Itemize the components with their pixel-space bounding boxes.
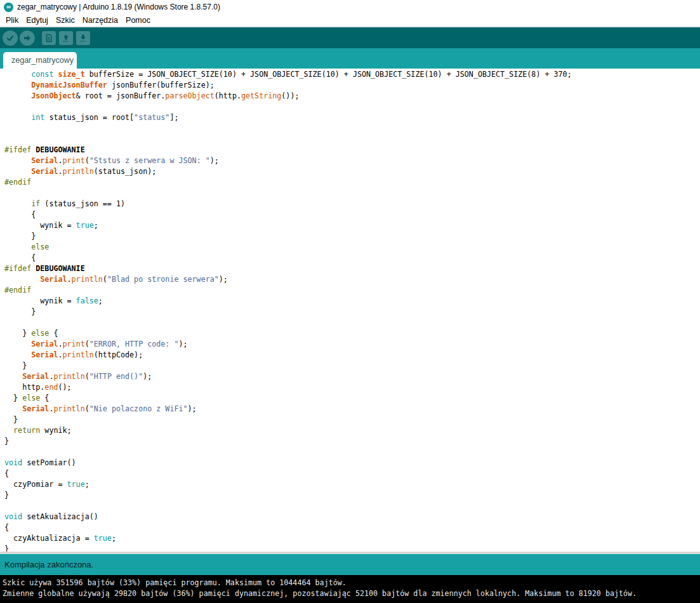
code-line: } — [4, 361, 700, 371]
status-bar: Kompilacja zakończona. — [0, 554, 700, 575]
code-line: Serial.println("Nie polaczono z WiFi"); — [4, 404, 700, 414]
code-editor[interactable]: const size_t bufferSize = JSON_OBJECT_SI… — [0, 69, 700, 552]
code-line: } — [4, 436, 700, 447]
code-line: else — [4, 242, 700, 253]
arrow-down-icon — [79, 34, 88, 43]
code-line: Serial.print("Ststus z serwera w JSON: "… — [4, 156, 700, 166]
code-line: #ifdef DEBUGOWANIE — [4, 263, 700, 274]
code-line: } — [4, 307, 700, 317]
console-line: Szkic używa 351596 bajtów (33%) pamięci … — [3, 578, 700, 588]
toolbar — [0, 27, 700, 48]
code-line — [4, 123, 700, 134]
arrow-right-icon — [23, 34, 32, 43]
code-line: } else { — [4, 328, 700, 339]
code-line: void setAkualizacja() — [4, 512, 700, 522]
code-line: { — [4, 209, 700, 220]
console-line: Zmienne globalne używają 29820 bajtów (3… — [3, 588, 700, 599]
code-line: } — [4, 231, 700, 242]
code-line: wynik = true; — [4, 220, 700, 231]
status-message: Kompilacja zakończona. — [4, 560, 93, 569]
code-line — [4, 134, 700, 145]
code-line: Serial.println(httpCode); — [4, 350, 700, 361]
tab-zegar-matrycowy[interactable]: zegar_matrycowy — [3, 52, 77, 69]
code-line: #endif — [4, 177, 700, 188]
code-line: Serial.println("HTTP end()"); — [4, 371, 700, 382]
console-output[interactable]: Szkic używa 351596 bajtów (33%) pamięci … — [0, 575, 700, 603]
code-line: { — [4, 522, 700, 533]
new-sketch-button[interactable] — [42, 31, 56, 45]
code-line: czyPomiar = true; — [4, 479, 700, 490]
menu-item-3[interactable]: Narzędzia — [79, 14, 122, 27]
code-line — [4, 188, 700, 199]
open-button[interactable] — [59, 31, 73, 45]
code-line: czyAktualizacja = true; — [4, 533, 700, 544]
code-line: } — [4, 414, 700, 425]
new-document-icon — [44, 34, 53, 43]
code-line: int status_json = root["status"]; — [4, 112, 700, 123]
code-line — [4, 102, 700, 112]
window-title: zegar_matrycowy | Arduino 1.8.19 (Window… — [17, 3, 220, 11]
code-line: http.end(); — [4, 382, 700, 393]
menu-item-1[interactable]: Edytuj — [22, 14, 52, 27]
code-line — [4, 501, 700, 512]
code-line — [4, 447, 700, 458]
code-line: Serial.println(status_json); — [4, 166, 700, 177]
code-line: if (status_json == 1) — [4, 199, 700, 209]
code-line: } else { — [4, 393, 700, 404]
code-line: } — [4, 490, 700, 501]
code-line: DynamicJsonBuffer jsonBuffer(bufferSize)… — [4, 80, 700, 91]
code-line: #ifdef DEBUGOWANIE — [4, 145, 700, 156]
code-line: return wynik; — [4, 425, 700, 436]
arrow-up-icon — [62, 34, 70, 43]
check-icon — [6, 34, 15, 43]
tab-label: zegar_matrycowy — [3, 56, 74, 65]
code-line: wynik = false; — [4, 296, 700, 307]
menu-item-2[interactable]: Szkic — [52, 14, 79, 27]
menu-item-4[interactable]: Pomoc — [122, 14, 154, 27]
menu-bar: PlikEdytujSzkicNarzędziaPomoc — [0, 14, 700, 27]
code-area: const size_t bufferSize = JSON_OBJECT_SI… — [4, 69, 700, 552]
tab-strip: zegar_matrycowy — [0, 48, 700, 69]
code-line: Serial.print("ERROR, HTTP code: "); — [4, 339, 700, 350]
code-line — [4, 317, 700, 328]
save-button[interactable] — [76, 31, 90, 45]
code-line: } — [4, 544, 700, 552]
code-line: const size_t bufferSize = JSON_OBJECT_SI… — [4, 69, 700, 80]
code-line: { — [4, 253, 700, 263]
upload-button[interactable] — [20, 30, 35, 46]
code-line: { — [4, 468, 700, 479]
menu-item-0[interactable]: Plik — [2, 14, 22, 27]
code-line: void setPomiar() — [4, 458, 700, 468]
arduino-app-icon: ∞ — [4, 3, 13, 12]
code-line: Serial.println("Blad po stronie serwera"… — [4, 274, 700, 285]
code-line: JsonObject& root = jsonBuffer.parseObjec… — [4, 91, 700, 102]
verify-button[interactable] — [3, 30, 18, 46]
title-bar: ∞ zegar_matrycowy | Arduino 1.8.19 (Wind… — [0, 0, 700, 14]
code-line: #endif — [4, 285, 700, 296]
